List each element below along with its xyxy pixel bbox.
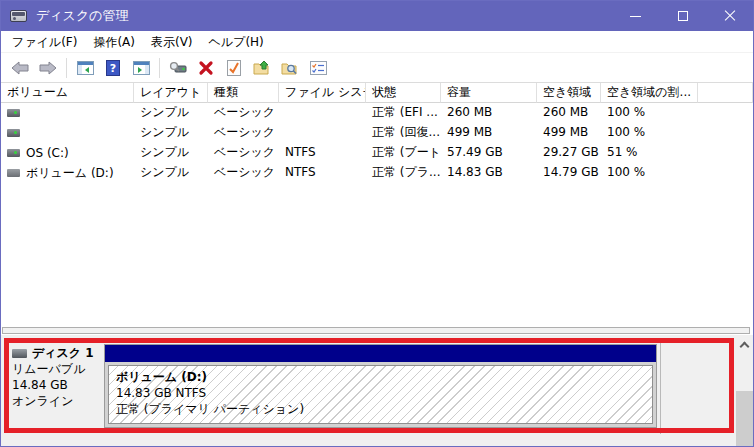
partition-body: ボリューム (D:) 14.83 GB NTFS 正常 (プライマリ パーティシ… (108, 365, 653, 424)
disk-media-type: リムーバブル (12, 361, 94, 377)
volume-type: ベーシック (208, 163, 279, 183)
volume-layout: シンプル (134, 163, 208, 183)
column-header-pct-free[interactable]: 空き領域の割... (601, 83, 698, 103)
show-console-tree-icon (77, 61, 94, 75)
volume-filesystem (279, 123, 366, 143)
column-header-volume[interactable]: ボリューム (1, 83, 134, 103)
back-button[interactable] (8, 56, 32, 80)
forward-button[interactable] (36, 56, 60, 80)
explore-folder-icon (281, 60, 299, 76)
maximize-button[interactable] (659, 1, 706, 31)
column-header-filesystem[interactable]: ファイル システム (279, 83, 366, 103)
close-icon (724, 10, 736, 22)
horizontal-scrollbar[interactable] (2, 327, 750, 334)
volume-list-header: ボリューム レイアウト 種類 ファイル システム 状態 容量 空き領域 空き領域… (1, 83, 753, 103)
help-icon: ? (106, 60, 120, 76)
volume-status: 正常 (回復... (366, 123, 441, 143)
toolbar: ? (1, 53, 753, 83)
volume-capacity: 57.49 GB (441, 143, 537, 163)
column-header-status[interactable]: 状態 (366, 83, 441, 103)
check-document-button[interactable] (222, 56, 246, 80)
open-folder-button[interactable] (250, 56, 274, 80)
delete-volume-button[interactable] (194, 56, 218, 80)
volume-type: ベーシック (208, 103, 279, 123)
volume-name: ボリューム (D:) (26, 164, 114, 183)
menu-action[interactable]: 操作(A) (85, 31, 143, 53)
column-header-spacer (698, 83, 753, 103)
toolbar-separator (66, 58, 67, 78)
volume-list-pane: ボリューム レイアウト 種類 ファイル システム 状態 容量 空き領域 空き領域… (1, 83, 753, 335)
menu-bar: ファイル(F) 操作(A) 表示(V) ヘルプ(H) (1, 31, 753, 53)
volume-row-d[interactable]: ボリューム (D:) シンプル ベーシック NTFS 正常 (プラ... 14.… (1, 163, 753, 183)
volume-icon (7, 149, 20, 157)
volume-pct-free: 100 % (601, 103, 698, 123)
properties-list-icon (310, 61, 327, 75)
delete-icon (198, 60, 214, 76)
partition-volume-d[interactable]: ボリューム (D:) 14.83 GB NTFS 正常 (プライマリ パーティシ… (104, 344, 657, 428)
volume-filesystem: NTFS (279, 163, 366, 183)
volume-status: 正常 (EFI ... (366, 103, 441, 123)
show-console-tree-button[interactable] (73, 56, 97, 80)
back-icon (11, 61, 29, 75)
scroll-up-button[interactable] (736, 336, 753, 352)
volume-pct-free: 51 % (601, 143, 698, 163)
forward-icon (39, 61, 57, 75)
show-action-pane-icon (133, 61, 150, 75)
volume-row-recovery[interactable]: シンプル ベーシック 正常 (回復... 499 MB 499 MB 100 % (1, 123, 753, 143)
vertical-scrollbar[interactable] (736, 336, 753, 447)
volume-free-space: 499 MB (537, 123, 601, 143)
graph-area-divider (660, 339, 661, 434)
disk-graphical-pane: ディスク 1 リムーバブル 14.84 GB オンライン ボリューム (D:) … (1, 335, 753, 447)
disk-size: 14.84 GB (12, 377, 94, 393)
disk-management-app-icon (10, 10, 27, 22)
caption-buttons (612, 1, 753, 31)
open-folder-icon (253, 60, 271, 76)
volume-row-efi[interactable]: シンプル ベーシック 正常 (EFI ... 260 MB 260 MB 100… (1, 103, 753, 123)
help-button[interactable]: ? (101, 56, 125, 80)
disk-name: ディスク 1 (32, 345, 94, 361)
chevron-up-icon (740, 341, 750, 351)
menu-view[interactable]: 表示(V) (143, 31, 201, 53)
column-header-capacity[interactable]: 容量 (441, 83, 537, 103)
toolbar-separator (159, 58, 160, 78)
show-action-pane-button[interactable] (129, 56, 153, 80)
volume-row-os-c[interactable]: OS (C:) シンプル ベーシック NTFS 正常 (ブート... 57.49… (1, 143, 753, 163)
volume-layout: シンプル (134, 103, 208, 123)
rescan-disks-icon (169, 61, 187, 75)
minimize-button[interactable] (612, 1, 659, 31)
properties-list-button[interactable] (306, 56, 330, 80)
volume-status: 正常 (プラ... (366, 163, 441, 183)
volume-filesystem (279, 103, 366, 123)
partition-color-stripe (105, 345, 656, 362)
partition-status: 正常 (プライマリ パーティション) (116, 401, 652, 417)
rescan-disks-button[interactable] (166, 56, 190, 80)
volume-capacity: 260 MB (441, 103, 537, 123)
volume-capacity: 14.83 GB (441, 163, 537, 183)
volume-layout: シンプル (134, 123, 208, 143)
column-header-free-space[interactable]: 空き領域 (537, 83, 601, 103)
volume-free-space: 260 MB (537, 103, 601, 123)
volume-capacity: 499 MB (441, 123, 537, 143)
volume-name: OS (C:) (26, 144, 69, 163)
title-bar: ディスクの管理 (1, 1, 753, 31)
disk-icon (12, 349, 27, 358)
explore-folder-button[interactable] (278, 56, 302, 80)
volume-icon (7, 129, 20, 137)
column-header-type[interactable]: 種類 (208, 83, 279, 103)
volume-icon (7, 169, 20, 177)
volume-pct-free: 100 % (601, 123, 698, 143)
vertical-scrollbar-thumb[interactable] (736, 391, 753, 447)
volume-free-space: 14.79 GB (537, 163, 601, 183)
column-header-layout[interactable]: レイアウト (134, 83, 208, 103)
volume-type: ベーシック (208, 143, 279, 163)
check-document-icon (227, 60, 241, 76)
disk1-header[interactable]: ディスク 1 リムーバブル 14.84 GB オンライン (12, 345, 94, 409)
partition-size-fs: 14.83 GB NTFS (116, 385, 652, 401)
menu-file[interactable]: ファイル(F) (4, 31, 85, 53)
disk-status: オンライン (12, 393, 94, 409)
close-button[interactable] (706, 1, 753, 31)
volume-free-space: 29.27 GB (537, 143, 601, 163)
menu-help[interactable]: ヘルプ(H) (201, 31, 272, 53)
volume-filesystem: NTFS (279, 143, 366, 163)
volume-type: ベーシック (208, 123, 279, 143)
